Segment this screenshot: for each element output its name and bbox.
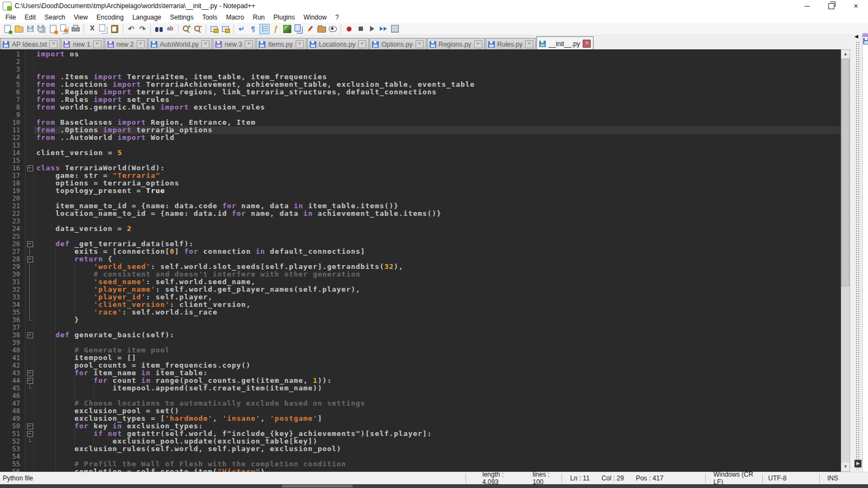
edit-popup-icon[interactable] xyxy=(305,24,315,34)
tab-scroll-left-icon[interactable]: ◀ xyxy=(854,34,858,39)
new-file-icon[interactable] xyxy=(2,24,12,34)
save-recorded-macro-icon[interactable] xyxy=(390,24,400,34)
find-icon[interactable] xyxy=(154,24,164,34)
tab-locations-py[interactable]: Locations.py× xyxy=(307,38,369,50)
menu-edit[interactable]: Edit xyxy=(20,12,40,22)
run-macro-multiple-times-icon[interactable] xyxy=(378,24,388,34)
save-all-icon[interactable] xyxy=(36,24,47,34)
stop-recording-icon[interactable] xyxy=(355,24,366,34)
tab-close-icon[interactable]: × xyxy=(416,40,424,48)
fold-margin[interactable] xyxy=(25,49,34,472)
close-button[interactable]: × xyxy=(844,0,868,12)
zoom-out-icon[interactable] xyxy=(193,24,203,34)
menu-encoding[interactable]: Encoding xyxy=(92,12,128,22)
monitoring-icon[interactable] xyxy=(328,24,338,34)
show-all-characters-icon[interactable]: ¶ xyxy=(248,24,258,34)
close-all-icon[interactable] xyxy=(59,24,69,34)
fold-collapse-icon[interactable] xyxy=(27,165,33,171)
indent-guide xyxy=(55,460,56,468)
cut-icon[interactable] xyxy=(87,24,97,34)
vertical-scrollbar-thumb[interactable] xyxy=(841,59,850,286)
view-splitter[interactable]: ◀ ▶ xyxy=(854,35,862,472)
fold-collapse-icon[interactable] xyxy=(27,423,33,429)
code-line: def _get_terraria_data(self): xyxy=(34,240,841,248)
tab-close-icon[interactable]: × xyxy=(201,40,209,48)
doc-length-label: length : 4,093 xyxy=(482,471,521,486)
tab-close-icon[interactable]: × xyxy=(358,40,366,48)
tab-close-icon[interactable]: × xyxy=(245,40,253,48)
menu-macro[interactable]: Macro xyxy=(222,12,248,22)
start-recording-icon[interactable] xyxy=(344,24,354,34)
code-area[interactable]: import osfrom .Items import TerrariaItem… xyxy=(34,49,841,472)
minimize-button[interactable] xyxy=(795,0,819,12)
fold-collapse-icon[interactable] xyxy=(27,370,33,376)
tab-regions-py[interactable]: Regions.py× xyxy=(427,38,485,50)
eol-format-label[interactable]: Windows (CR LF) xyxy=(705,474,762,483)
tab-rules-py[interactable]: Rules.py× xyxy=(486,38,537,50)
tab-close-icon[interactable]: × xyxy=(525,40,533,48)
print-icon[interactable] xyxy=(71,24,81,34)
sync-vertical-scroll-icon[interactable] xyxy=(209,24,219,34)
tab-autoworld-py[interactable]: AutoWorld.py× xyxy=(148,38,213,50)
document-list-selected-item[interactable] xyxy=(863,33,868,37)
word-wrap-icon[interactable]: ↵ xyxy=(237,24,247,34)
insert-mode-label[interactable]: INS xyxy=(819,474,868,483)
tab-new-2[interactable]: new 2× xyxy=(105,38,148,50)
menu-tools[interactable]: Tools xyxy=(198,12,222,22)
editor[interactable]: 1234567891011121314151617181920212223242… xyxy=(0,49,841,472)
tab-close-icon[interactable]: × xyxy=(583,40,591,48)
document-list-icon[interactable] xyxy=(293,24,304,34)
playback-icon[interactable] xyxy=(367,24,377,34)
restore-button[interactable] xyxy=(819,0,844,12)
scroll-up-arrow-icon[interactable]: ▲ xyxy=(841,50,850,59)
menu-language[interactable]: Language xyxy=(128,12,165,22)
menu-run[interactable]: Run xyxy=(248,12,269,22)
scroll-down-arrow-icon[interactable]: ▼ xyxy=(841,463,850,471)
paste-icon[interactable] xyxy=(110,24,120,34)
save-icon[interactable] xyxy=(25,24,35,34)
zoom-in-icon[interactable] xyxy=(181,24,192,34)
encoding-label[interactable]: UTF-8 xyxy=(762,474,819,483)
menu-window[interactable]: Window xyxy=(299,12,331,22)
fold-collapse-icon[interactable] xyxy=(27,256,33,262)
undo-icon[interactable]: ↶ xyxy=(126,24,136,34)
menu-file[interactable]: File xyxy=(1,12,20,22)
tab-items-py[interactable]: Items.py× xyxy=(256,38,306,50)
tab-new-3[interactable]: new 3× xyxy=(213,38,256,50)
tab-new-1[interactable]: new 1× xyxy=(61,38,104,50)
bottom-scrollbar[interactable] xyxy=(0,484,868,488)
toolbar-separator xyxy=(233,24,234,34)
folder-as-workspace-icon[interactable] xyxy=(316,24,327,34)
menu-view[interactable]: View xyxy=(69,12,92,22)
open-file-icon[interactable] xyxy=(14,24,24,34)
menu-plugins[interactable]: Plugins xyxy=(269,12,299,22)
tab-close-icon[interactable]: × xyxy=(93,40,101,48)
redo-icon[interactable]: ↷ xyxy=(137,24,148,34)
close-file-icon[interactable] xyxy=(48,24,58,34)
tab-close-icon[interactable]: × xyxy=(137,40,145,48)
fold-collapse-icon[interactable] xyxy=(27,332,33,338)
menu-search[interactable]: Search xyxy=(40,12,69,22)
vertical-scrollbar[interactable]: ▲ ▼ xyxy=(841,49,850,472)
tab-__init__-py[interactable]: __init__.py× xyxy=(537,36,593,50)
splitter-arrow-icon[interactable]: ▶ xyxy=(854,460,861,467)
sync-horizontal-scroll-icon[interactable] xyxy=(220,24,231,34)
tab-close-icon[interactable]: × xyxy=(49,40,58,48)
bottom-scrollbar-thumb[interactable] xyxy=(282,485,353,487)
copy-icon[interactable] xyxy=(98,24,108,34)
fold-collapse-icon[interactable] xyxy=(27,378,33,384)
tab-close-icon[interactable]: × xyxy=(474,40,482,48)
tab-close-icon[interactable]: × xyxy=(296,40,304,48)
fold-collapse-icon[interactable] xyxy=(27,241,33,247)
document-map-icon[interactable] xyxy=(282,24,292,34)
tab-ap-ideas-txt[interactable]: AP Ideas.txt× xyxy=(0,38,60,50)
splitter-grip[interactable] xyxy=(856,41,860,470)
menu-help[interactable]: ? xyxy=(331,12,343,22)
show-indent-guide-icon[interactable] xyxy=(259,24,270,34)
replace-icon[interactable]: ab xyxy=(165,24,175,34)
menu-settings[interactable]: Settings xyxy=(165,12,197,22)
document-list-panel[interactable] xyxy=(862,35,868,472)
function-list-icon[interactable]: ƒ xyxy=(271,24,281,34)
tab-options-py[interactable]: Options.py× xyxy=(369,38,426,50)
fold-collapse-icon[interactable] xyxy=(27,431,33,437)
